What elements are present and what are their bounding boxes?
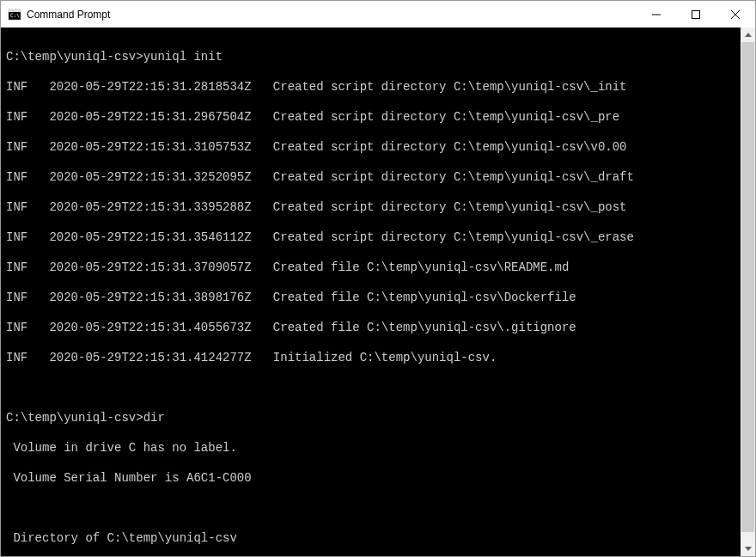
console-area[interactable]: C:\temp\yuniql-csv>yuniql init INF 2020-… — [1, 28, 755, 556]
svg-text:C:\: C:\ — [10, 12, 20, 18]
dir-volume: Volume in drive C has no label. — [6, 441, 741, 456]
blank-line — [6, 381, 741, 396]
log-line: INF 2020-05-29T22:15:31.2967504Z Created… — [6, 110, 741, 125]
cmd-icon: C:\ — [8, 8, 21, 21]
prompt-line: C:\temp\yuniql-csv>dir — [6, 411, 741, 426]
window-controls — [637, 1, 755, 28]
maximize-button[interactable] — [676, 1, 716, 28]
blank-line — [6, 501, 741, 517]
dir-header: Directory of C:\temp\yuniql-csv — [6, 531, 741, 547]
log-line: INF 2020-05-29T22:15:31.4124277Z Initial… — [6, 351, 741, 366]
log-line: INF 2020-05-29T22:15:31.3898176Z Created… — [6, 291, 741, 306]
log-line: INF 2020-05-29T22:15:31.3395288Z Created… — [6, 200, 741, 216]
log-line: INF 2020-05-29T22:15:31.3709057Z Created… — [6, 260, 741, 276]
minimize-button[interactable] — [637, 1, 676, 28]
log-line: INF 2020-05-29T22:15:31.2818534Z Created… — [6, 80, 741, 95]
svg-rect-4 — [692, 10, 700, 18]
prompt-path: C:\temp\yuniql-csv> — [6, 411, 143, 425]
scrollbar-thumb[interactable] — [741, 42, 754, 532]
log-line: INF 2020-05-29T22:15:31.3105753Z Created… — [6, 140, 741, 156]
vertical-scrollbar[interactable] — [741, 28, 755, 556]
prompt-path: C:\temp\yuniql-csv> — [6, 50, 143, 64]
log-line: INF 2020-05-29T22:15:31.4055673Z Created… — [6, 321, 741, 336]
console-output: C:\temp\yuniql-csv>yuniql init INF 2020-… — [1, 28, 741, 556]
log-line: INF 2020-05-29T22:15:31.3546112Z Created… — [6, 230, 741, 246]
window-titlebar: C:\ Command Prompt — [1, 1, 755, 28]
scroll-up-arrow[interactable] — [741, 28, 755, 42]
prompt-line: C:\temp\yuniql-csv>yuniql init — [6, 50, 741, 65]
scroll-down-arrow[interactable] — [741, 542, 755, 556]
prompt-command: dir — [143, 411, 165, 425]
prompt-command: yuniql init — [143, 50, 223, 64]
window-title: Command Prompt — [27, 9, 637, 21]
close-button[interactable] — [716, 1, 755, 28]
dir-volume: Volume Serial Number is A6C1-C000 — [6, 471, 741, 487]
log-line: INF 2020-05-29T22:15:31.3252095Z Created… — [6, 170, 741, 186]
